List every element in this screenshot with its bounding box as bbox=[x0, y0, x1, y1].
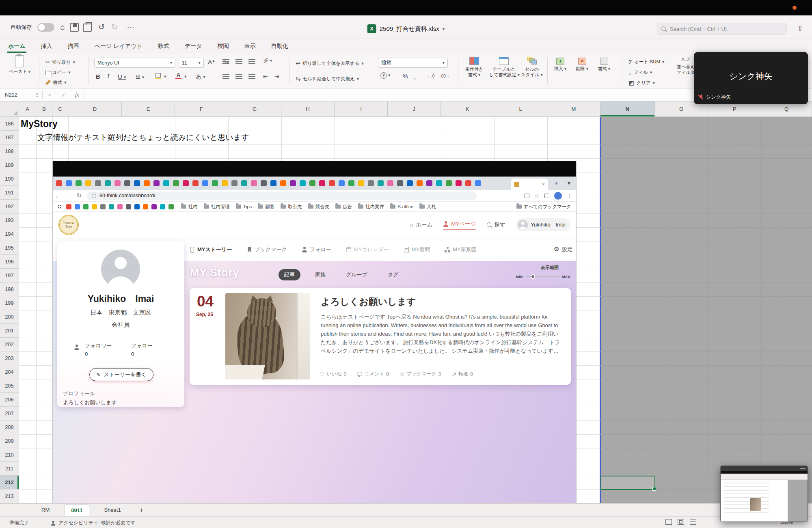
favicon[interactable] bbox=[368, 180, 374, 186]
tab-list-chevron-icon[interactable]: ▾ bbox=[568, 180, 570, 186]
column-header-K[interactable]: K bbox=[441, 101, 494, 117]
insert-cells-button[interactable]: + 挿入 ▾ bbox=[551, 58, 569, 71]
column-header-H[interactable]: H bbox=[281, 101, 335, 117]
align-left-icon[interactable] bbox=[222, 74, 229, 80]
favicon[interactable] bbox=[126, 204, 131, 209]
print-icon[interactable] bbox=[83, 24, 92, 32]
nav-home[interactable]: ⌂ホーム bbox=[410, 221, 432, 228]
merge-center-button[interactable]: ⇆セルを結合して中央揃え ▾ bbox=[296, 74, 359, 84]
column-header-N[interactable]: N bbox=[600, 101, 655, 117]
row-header-200[interactable]: 200 bbox=[0, 310, 19, 324]
format-painter-button[interactable]: 書式 ▾ bbox=[45, 78, 67, 87]
favicon[interactable] bbox=[378, 180, 384, 186]
row-header-196[interactable]: 196 bbox=[0, 255, 19, 269]
followers-label[interactable]: フォロワー bbox=[85, 342, 112, 349]
all-bookmarks-button[interactable]: すべてのブックマーク bbox=[516, 204, 571, 210]
sort-filter-button[interactable]: A↓Z 並べ替えフィルタ bbox=[676, 57, 696, 75]
ribbon-tab-6[interactable]: データ bbox=[184, 40, 203, 53]
favicon[interactable] bbox=[168, 204, 174, 209]
new-tab-icon[interactable]: + bbox=[555, 180, 558, 186]
browser-profile-avatar[interactable] bbox=[554, 192, 562, 200]
cell-grid[interactable]: MyStory 文字情報がテキスト羅列だとちょっと読みにくいと思います × + … bbox=[0, 117, 812, 503]
bold-button[interactable]: B bbox=[96, 73, 100, 80]
bookmark-folder-Tips[interactable]: Tips bbox=[236, 204, 252, 210]
favicon[interactable] bbox=[151, 204, 157, 209]
favicon[interactable] bbox=[251, 180, 257, 186]
side-panel-icon[interactable] bbox=[525, 194, 529, 198]
bookmark-button[interactable]: ☆ブックマーク0 bbox=[400, 371, 441, 377]
row-header-210[interactable]: 210 bbox=[0, 448, 19, 462]
favicon[interactable] bbox=[134, 204, 140, 209]
favicon[interactable] bbox=[280, 180, 286, 186]
zoom-participant-overlay[interactable]: シンク神矢 シンク神矢 bbox=[694, 52, 808, 104]
align-bottom-icon[interactable] bbox=[248, 59, 255, 65]
following-label[interactable]: フォロー bbox=[131, 342, 153, 349]
confirm-entry-icon[interactable]: ✓ bbox=[56, 92, 70, 98]
row-header-205[interactable]: 205 bbox=[0, 379, 19, 393]
row-header-212[interactable]: 212 bbox=[0, 476, 19, 489]
row-header-191[interactable]: 191 bbox=[0, 186, 19, 200]
site-tab-4[interactable]: MYカレンダー bbox=[346, 246, 389, 253]
favicon[interactable] bbox=[134, 180, 140, 186]
copy-button[interactable]: コピー ▾ bbox=[45, 67, 71, 77]
row-header-201[interactable]: 201 bbox=[0, 324, 19, 338]
clear-button[interactable]: ◩クリア ▾ bbox=[628, 78, 655, 88]
cell-b187[interactable]: 文字情報がテキスト羅列だとちょっと読みにくいと思います bbox=[37, 131, 249, 144]
favicon[interactable] bbox=[358, 180, 364, 186]
active-browser-tab[interactable]: × bbox=[511, 179, 548, 190]
preview-window-titlebar[interactable] bbox=[721, 466, 808, 471]
fill-button[interactable]: ↓フィル ▾ bbox=[628, 67, 652, 77]
favicon[interactable] bbox=[319, 180, 325, 186]
percent-style-button[interactable]: % bbox=[403, 73, 408, 80]
favicon[interactable] bbox=[446, 180, 452, 186]
site-tab-3[interactable]: フォロー bbox=[302, 246, 331, 253]
align-top-icon[interactable] bbox=[222, 59, 229, 65]
nav-search[interactable]: 探す bbox=[487, 221, 505, 228]
cell-name-box[interactable]: N212 bbox=[0, 88, 36, 101]
normal-view-icon[interactable] bbox=[665, 519, 672, 525]
browser-menu-icon[interactable]: ⋮ bbox=[567, 193, 572, 199]
like-button[interactable]: ♡いいね0 bbox=[320, 371, 346, 377]
site-tab-2[interactable]: ブックマーク bbox=[246, 246, 287, 253]
favicon[interactable] bbox=[300, 180, 306, 186]
range-slider-knob[interactable] bbox=[531, 274, 535, 279]
save-icon[interactable] bbox=[70, 23, 79, 32]
bookmark-folder-取引先[interactable]: 取引先 bbox=[281, 204, 302, 210]
autosum-button[interactable]: Σオート SUM ▾ bbox=[628, 57, 665, 67]
cell-styles-button[interactable]: セルのスタイル ▾ bbox=[520, 57, 544, 78]
bookmark-folder-競合先[interactable]: 競合先 bbox=[308, 204, 330, 210]
fill-color-chevron[interactable]: ▾ bbox=[164, 74, 166, 79]
add-sheet-button[interactable]: + bbox=[137, 506, 146, 514]
share-story-button[interactable]: ↗転送0 bbox=[452, 371, 473, 377]
filter-tab-タグ[interactable]: タグ bbox=[382, 269, 404, 280]
italic-button[interactable]: I bbox=[107, 73, 109, 80]
favicon[interactable] bbox=[417, 180, 423, 186]
ribbon-tab-2[interactable]: 挿入 bbox=[40, 40, 53, 53]
profile-avatar[interactable] bbox=[101, 250, 140, 289]
site-info-icon[interactable] bbox=[92, 194, 96, 198]
font-name-combo[interactable]: Meiryo UI▾ bbox=[94, 58, 175, 68]
close-tab-icon[interactable]: × bbox=[542, 181, 545, 187]
bookmark-folder-社内案件[interactable]: 社内案件 bbox=[358, 204, 384, 210]
favicon[interactable] bbox=[153, 180, 160, 186]
favicon[interactable] bbox=[309, 180, 315, 186]
phonetic-button[interactable]: あ ▾ bbox=[196, 73, 205, 80]
favicon[interactable] bbox=[270, 180, 276, 186]
conditional-formatting-button[interactable]: 条件付き書式 ▾ bbox=[462, 57, 487, 78]
favicon[interactable] bbox=[241, 180, 247, 186]
site-tab-1[interactable]: MYストーリー bbox=[189, 246, 232, 253]
column-header-C[interactable]: C bbox=[52, 101, 68, 117]
favicon[interactable] bbox=[173, 180, 179, 186]
favicon[interactable] bbox=[124, 180, 130, 186]
comment-button[interactable]: コメント0 bbox=[357, 371, 389, 377]
ribbon-tab-7[interactable]: 校閲 bbox=[217, 40, 230, 53]
ribbon-tab-1[interactable]: ホーム bbox=[7, 40, 26, 53]
favicon[interactable] bbox=[387, 180, 393, 186]
borders-button[interactable]: ⊞ ▾ bbox=[136, 73, 144, 80]
site-tab-6[interactable]: MY家系図 bbox=[445, 246, 477, 253]
favicon[interactable] bbox=[183, 180, 189, 186]
bookmark-folder-広告[interactable]: 広告 bbox=[335, 204, 352, 210]
write-story-button[interactable]: ✎ ストーリーを書く bbox=[89, 368, 153, 381]
increase-decimal-button[interactable]: ←.0 bbox=[427, 74, 434, 78]
favicon[interactable] bbox=[109, 204, 114, 209]
